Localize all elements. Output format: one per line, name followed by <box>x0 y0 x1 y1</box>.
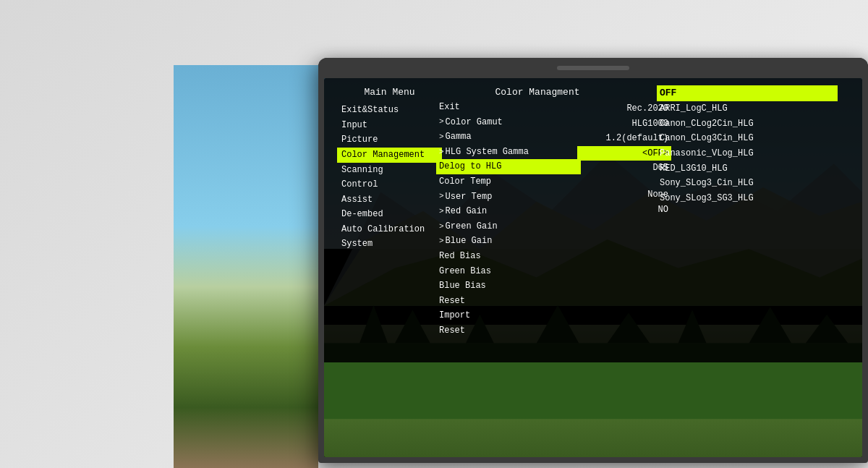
submenu-hlg-system-gamma[interactable]: >HLG System Gamma <box>436 145 581 160</box>
option-red[interactable]: RED_L3G10_HLG <box>657 161 838 176</box>
option-canon-clog2[interactable]: Canon_CLog2Cin_HLG <box>657 116 838 132</box>
option-off[interactable]: OFF <box>657 85 838 101</box>
submenu-red-bias[interactable]: Red Bias <box>436 249 581 264</box>
option-arri[interactable]: ARRI_LogC_HLG <box>657 101 838 116</box>
option-panasonic[interactable]: Panasonic_VLog_HLG <box>657 146 838 161</box>
submenu-user-temp[interactable]: >User Temp <box>436 190 581 205</box>
menu-item-de-embed[interactable]: De-embed <box>337 207 442 222</box>
submenu-delog-to-hlg[interactable]: Delog to HLG <box>436 159 581 174</box>
menu-item-auto-calibration[interactable]: Auto Calibration <box>337 222 442 237</box>
submenu-reset[interactable]: Reset <box>436 294 581 309</box>
submenu-blue-gain[interactable]: >Blue Gain <box>436 234 581 249</box>
monitor-top-bezel <box>318 58 868 78</box>
color-management-title: Color Managment <box>436 85 639 100</box>
menu-item-scanning[interactable]: Scanning <box>337 163 442 178</box>
monitor-speaker <box>557 66 629 70</box>
option-sony-sg3[interactable]: Sony_SLog3_SG3_HLG <box>657 191 838 206</box>
submenu-exit[interactable]: Exit <box>436 100 581 115</box>
menu-item-exit-status[interactable]: Exit&Status <box>337 103 442 118</box>
menu-item-picture[interactable]: Picture <box>337 132 442 148</box>
monitor-screen: Main Menu Exit&Status Input Picture Colo… <box>324 78 862 457</box>
option-sony-cin[interactable]: Sony_SLog3_Cin_HLG <box>657 176 838 191</box>
option-canon-clog3[interactable]: Canon_CLog3Cin_HLG <box>657 131 838 146</box>
submenu-blue-bias[interactable]: Blue Bias <box>436 278 581 294</box>
submenu-reset2[interactable]: Reset <box>436 323 581 339</box>
submenu-import[interactable]: Import <box>436 308 581 323</box>
main-menu-title: Main Menu <box>337 85 442 100</box>
submenu-red-gain[interactable]: >Red Gain <box>436 204 581 219</box>
menu-item-assist[interactable]: Assist <box>337 192 442 208</box>
submenu-green-gain[interactable]: >Green Gain <box>436 219 581 234</box>
submenu-gamma[interactable]: >Gamma <box>436 129 581 145</box>
main-menu-column: Main Menu Exit&Status Input Picture Colo… <box>337 85 442 252</box>
menu-item-control[interactable]: Control <box>337 177 442 192</box>
menu-item-input[interactable]: Input <box>337 118 442 133</box>
osd-container: Main Menu Exit&Status Input Picture Colo… <box>324 78 862 93</box>
submenu-green-bias[interactable]: Green Bias <box>436 264 581 279</box>
left-landscape <box>0 65 318 468</box>
color-management-submenu: Exit >Color Gamut >Gamma >HLG System Gam… <box>436 100 581 339</box>
menu-item-color-management[interactable]: Color Management <box>337 148 442 163</box>
submenu-color-temp[interactable]: Color Temp <box>436 174 581 190</box>
submenu-color-gamut[interactable]: >Color Gamut <box>436 115 581 130</box>
menu-item-system[interactable]: System <box>337 237 442 252</box>
options-column: OFF ARRI_LogC_HLG Canon_CLog2Cin_HLG Can… <box>657 85 838 205</box>
monitor: Main Menu Exit&Status Input Picture Colo… <box>318 58 868 463</box>
